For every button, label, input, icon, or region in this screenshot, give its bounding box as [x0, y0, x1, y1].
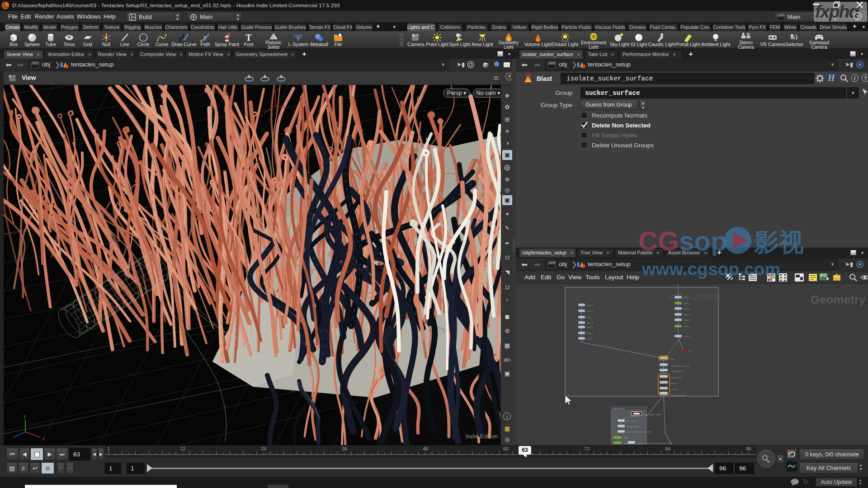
- svg-text:modify_on_hr_suckers: modify_on_hr_suckers: [671, 365, 689, 367]
- svg-text:60: 60: [503, 446, 509, 451]
- svg-text:scatter_sucker_source_points: scatter_sucker_source_points: [627, 431, 651, 433]
- svg-text:capture_sucker_source_points_w: capture_sucker_source_points_with_surfac…: [637, 442, 673, 444]
- svg-text:mesh_4: mesh_4: [684, 319, 690, 321]
- svg-text:mesh_5: mesh_5: [684, 325, 690, 328]
- svg-text:node_4: node_4: [587, 326, 593, 328]
- svg-text:mesh_6: mesh_6: [684, 335, 690, 338]
- svg-text:48: 48: [423, 446, 428, 451]
- svg-text:y: y: [277, 87, 279, 91]
- svg-text:node_3: node_3: [587, 322, 593, 324]
- svg-text:mesh_2: mesh_2: [684, 308, 690, 310]
- svg-text:x: x: [42, 436, 45, 441]
- svg-text:attribpromote1: attribpromote1: [671, 370, 684, 372]
- svg-text:OUT: OUT: [689, 350, 693, 352]
- svg-text:normal2: normal2: [671, 388, 678, 390]
- svg-text:grouppromote1: grouppromote1: [627, 425, 639, 427]
- svg-text:z: z: [260, 113, 263, 117]
- svg-text:node_1: node_1: [587, 310, 593, 312]
- svg-text:mesh_1: mesh_1: [684, 302, 690, 305]
- svg-text:grp2: grp2: [671, 358, 675, 360]
- svg-text:72: 72: [584, 446, 590, 451]
- svg-text:12: 12: [180, 446, 185, 451]
- svg-text:node_0: node_0: [587, 304, 593, 306]
- svg-text:detach_legs2: detach_legs2: [671, 376, 683, 379]
- svg-text:T: T: [245, 33, 252, 42]
- svg-text:mesh_0: mesh_0: [684, 296, 690, 299]
- svg-text:start_frame: start_frame: [627, 420, 636, 422]
- svg-text:node_2: node_2: [587, 316, 593, 319]
- svg-text:84: 84: [665, 446, 670, 451]
- svg-text:96: 96: [746, 446, 751, 451]
- svg-text:isolate_sucker_surface: isolate_sucker_surface: [643, 413, 662, 416]
- svg-text:y: y: [24, 413, 26, 418]
- svg-text:1: 1: [107, 446, 110, 451]
- svg-text:node_6: node_6: [587, 338, 593, 340]
- svg-text:Geometry: Geometry: [811, 293, 866, 306]
- svg-text:mesh_3: mesh_3: [684, 314, 690, 316]
- svg-text:for_each_tentacle: for_each_tentacle: [671, 394, 686, 396]
- svg-text:subnetsuckers: subnetsuckers: [613, 408, 624, 410]
- svg-text:blast1: blast1: [671, 382, 676, 385]
- svg-text:36: 36: [342, 446, 347, 451]
- svg-text:24: 24: [261, 446, 266, 451]
- svg-text:node_5: node_5: [587, 332, 593, 334]
